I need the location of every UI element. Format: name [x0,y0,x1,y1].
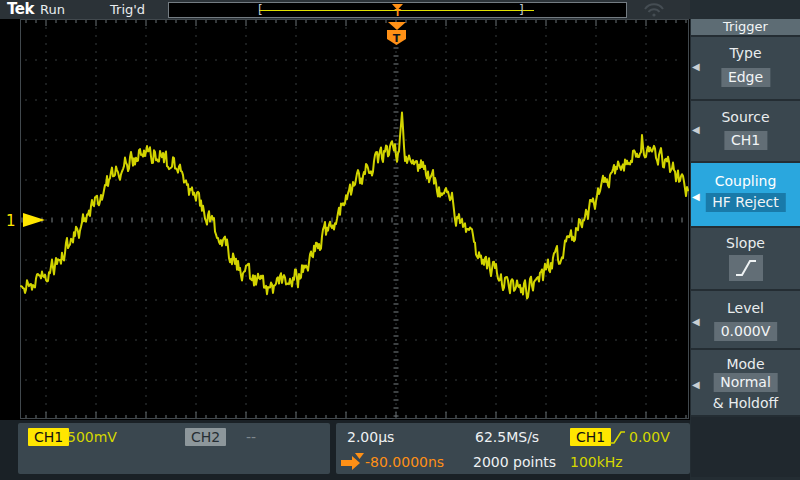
left-arrow-icon: ◀ [692,124,700,135]
left-arrow-icon: ◀ [692,379,700,390]
trigger-source-item[interactable]: ◀ Source CH1 [691,101,800,161]
acquisition-status: Run [40,2,65,17]
ch2-badge[interactable]: CH2 [185,428,226,446]
trigger-slope-icon [609,429,626,446]
timebase-readout: 2.00µs [347,429,394,445]
left-arrow-icon: ◀ [692,61,700,72]
trigger-mode-value: Normal [713,373,778,392]
view-left-bracket: [ [258,3,263,17]
record-view-bar[interactable]: [ ] T [168,2,627,18]
rising-slope-icon [729,255,763,281]
trigger-source-value: CH1 [724,131,767,150]
ch1-scale: 500mV [67,429,117,445]
record-length-readout: 2000 points [473,454,556,470]
trigger-level-item[interactable]: ◀ Level 0.000V [691,291,800,348]
trigger-level-value: 0.000V [714,322,778,341]
horizontal-delay-readout: -80.0000ns [365,454,444,470]
frequency-readout: 100kHz [570,454,623,470]
ch1-waveform-trace [21,113,688,299]
trigger-position-marker[interactable]: T [387,22,406,45]
svg-text:T: T [393,32,401,45]
trigger-coupling-value: HF Reject [705,193,785,212]
wifi-icon[interactable] [643,2,665,18]
trigger-mode-item[interactable]: ◀ Mode Normal & Holdoff [691,350,800,415]
svg-text:T: T [394,8,401,17]
delay-arrow-icon [340,452,365,472]
tek-logo: Tek [7,0,34,18]
trigger-level-readout: 0.00V [629,429,670,445]
graticule [22,20,687,418]
trigger-type-item[interactable]: ◀ Type Edge [691,37,800,99]
trigger-coupling-item[interactable]: ◀ Coupling HF Reject [691,163,800,226]
trigger-source-badge[interactable]: CH1 [570,428,611,446]
menu-title: Trigger [691,19,800,35]
svg-text:1: 1 [6,212,16,230]
top-status-bar: Tek Run Trig'd [ ] T ? [0,0,800,19]
horizontal-trigger-readout-panel[interactable]: 2.00µs 62.5MS/s CH1 0.00V -80.0000ns 200… [336,423,690,474]
trigger-mode-value2: & Holdoff [691,395,800,411]
record-trigger-marker: T [390,3,406,17]
trigger-status: Trig'd [110,2,145,17]
ch1-ground-marker[interactable]: 1 [6,212,45,230]
sample-rate-readout: 62.5MS/s [475,429,539,445]
channel-readout-panel[interactable]: CH1 500mV CH2 -- [18,423,330,474]
ch2-scale: -- [246,429,256,445]
readout-bar: CH1 500mV CH2 -- 2.00µs 62.5MS/s CH1 0.0… [0,420,690,480]
trigger-slope-item[interactable]: Slope [691,228,800,289]
view-right-bracket: ] [519,3,524,17]
menu-empty-area [691,417,800,477]
trigger-type-value: Edge [721,68,770,87]
left-arrow-icon: ◀ [692,316,700,327]
left-arrow-icon: ◀ [692,191,700,202]
ch1-badge[interactable]: CH1 [28,428,69,446]
waveform-display[interactable]: T 1 [0,19,690,420]
